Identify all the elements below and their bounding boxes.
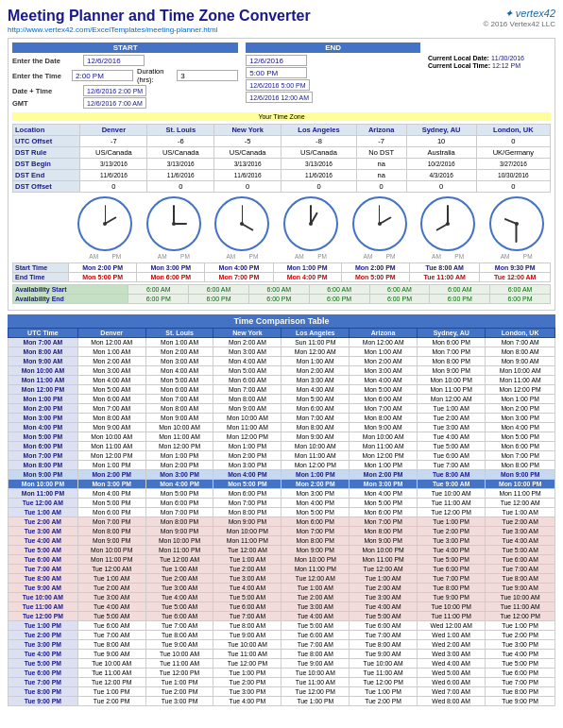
end-date[interactable]: 12/6/2016 <box>246 55 307 66</box>
table-row: Tue 3:00 PM <box>145 697 213 706</box>
table-row: Mon 1:00 AM <box>350 347 418 357</box>
table-row: Tue 2:00 PM <box>9 631 78 640</box>
table-row: Mon 4:00 PM <box>77 489 145 499</box>
table-row: Mon 6:00 AM <box>350 395 418 404</box>
table-row: Mon 2:00 PM <box>282 480 350 489</box>
table-row: Mon 9:00 PM <box>282 546 350 555</box>
table-row: Tue 12:00 AM <box>77 565 145 574</box>
avail-start-newyork: 6:00 AM <box>248 285 309 295</box>
comp-header-denver: Denver <box>77 329 145 338</box>
table-row: Tue 12:00 PM <box>486 612 555 621</box>
table-row: Tue 7:00 PM <box>418 574 486 584</box>
table-row: Tue 6:00 PM <box>418 565 486 574</box>
header-link[interactable]: http://www.vertex42.com/ExcelTemplates/m… <box>8 25 217 34</box>
start-time[interactable]: 2:00 PM <box>72 70 133 81</box>
comp-header-london: London, UK <box>486 329 555 338</box>
table-row: Mon 8:00 AM <box>145 404 213 414</box>
your-tz-note: Your Time Zone <box>12 112 551 121</box>
avail-start-london: 6:00 AM <box>490 285 551 295</box>
table-row: Mon 6:00 PM <box>282 517 350 527</box>
dst-rule-la: US/Canada <box>282 147 357 159</box>
table-row: Mon 9:00 PM <box>9 470 78 480</box>
start-date[interactable]: 12/6/2016 <box>83 55 145 66</box>
table-row: Tue 1:00 AM <box>145 565 213 574</box>
avail-start-sydney: 6:00 AM <box>430 285 490 295</box>
comparison-title: Time Comparison Table <box>8 314 555 328</box>
table-row: Tue 12:00 PM <box>145 669 213 678</box>
table-row: Tue 2:00 PM <box>418 527 486 536</box>
table-row: Tue 1:00 PM <box>486 621 555 631</box>
table-row: Tue 4:00 AM <box>145 593 213 602</box>
table-row: Tue 4:00 AM <box>9 536 78 546</box>
table-row: Mon 7:00 AM <box>77 404 145 414</box>
dst-rule-arizona: No DST <box>356 147 406 159</box>
avail-start-denver: 6:00 AM <box>128 285 189 295</box>
table-row: Mon 10:00 AM <box>350 432 418 442</box>
dst-offset-label: DST Offset <box>13 181 80 193</box>
loc-denver[interactable]: Denver <box>80 125 147 136</box>
loc-sydney[interactable]: Sydney, AU <box>406 125 476 136</box>
end-london: Tue 12:00 AM <box>480 273 551 282</box>
loc-arizona[interactable]: Arizona <box>356 125 406 136</box>
table-row: Mon 4:00 PM <box>213 470 282 480</box>
table-row: Tue 2:00 AM <box>145 574 213 584</box>
table-row: Tue 5:00 AM <box>77 612 145 621</box>
table-row: Tue 8:00 AM <box>213 621 282 631</box>
dst-offset-newyork: 0 <box>214 181 282 193</box>
table-row: Mon 10:00 AM <box>282 442 350 451</box>
table-row: Mon 11:00 AM <box>145 432 213 442</box>
enter-time-label: Enter the Time <box>12 72 72 80</box>
table-row: Mon 8:00 PM <box>9 461 78 470</box>
end-time[interactable]: 5:00 PM <box>246 67 307 78</box>
location-table: Location Denver St. Louis New York Los A… <box>12 124 551 193</box>
table-row: Mon 5:00 PM <box>77 499 145 508</box>
table-row: Tue 2:00 AM <box>213 565 282 574</box>
table-row: Tue 7:00 AM <box>282 640 350 650</box>
table-row: Tue 8:00 AM <box>350 640 418 650</box>
table-row: Tue 9:00 AM <box>486 584 555 593</box>
table-row: Mon 1:00 PM <box>145 451 213 461</box>
table-row: Tue 1:00 AM <box>350 574 418 584</box>
comp-header-sydney: Sydney, AU <box>418 329 486 338</box>
table-row: Mon 3:00 PM <box>486 414 555 423</box>
table-row: Tue 12:00 PM <box>77 678 145 687</box>
table-row: Mon 3:00 PM <box>350 480 418 489</box>
table-row: Mon 2:00 PM <box>77 470 145 480</box>
loc-london[interactable]: London, UK <box>476 125 550 136</box>
table-row: Tue 1:00 PM <box>418 517 486 527</box>
table-row: Tue 12:00 PM <box>350 678 418 687</box>
table-row: Mon 7:00 PM <box>350 517 418 527</box>
table-row: Tue 7:00 AM <box>418 461 486 470</box>
end-datetime: 12/6/2016 5:00 PM <box>246 79 309 91</box>
loc-newyork[interactable]: New York <box>214 125 282 136</box>
table-row: Mon 4:00 AM <box>282 385 350 395</box>
dst-end-arizona: na <box>356 170 406 181</box>
comp-header-la: Los Angeles <box>282 329 350 338</box>
utc-sydney: 10 <box>406 136 476 147</box>
table-row: Tue 7:00 AM <box>77 631 145 640</box>
start-newyork: Mon 4:00 PM <box>205 263 273 273</box>
table-row: Tue 9:00 AM <box>145 640 213 650</box>
table-row: Mon 5:00 PM <box>350 499 418 508</box>
loc-la[interactable]: Los Angeles <box>282 125 357 136</box>
table-row: Tue 2:00 AM <box>418 414 486 423</box>
table-row: Mon 11:00 AM <box>77 442 145 451</box>
table-row: Tue 10:00 AM <box>350 659 418 669</box>
duration-value[interactable]: 3 <box>177 70 238 81</box>
table-row: Tue 5:00 AM <box>350 612 418 621</box>
table-row: Mon 1:00 PM <box>213 442 282 451</box>
table-row: Mon 11:00 AM <box>282 451 350 461</box>
table-row: Tue 1:00 PM <box>350 687 418 697</box>
table-row: Mon 9:00 AM <box>213 404 282 414</box>
table-row: Tue 3:00 PM <box>418 536 486 546</box>
table-row: Mon 6:00 PM <box>77 508 145 517</box>
current-date-label: Current Local Date: <box>428 55 489 61</box>
header: Meeting Planner and Time Zone Converter … <box>8 8 555 34</box>
table-row: Mon 1:00 PM <box>282 470 350 480</box>
table-row: Mon 3:00 PM <box>145 470 213 480</box>
table-row: Tue 12:00 PM <box>9 612 78 621</box>
table-row: Tue 7:00 AM <box>486 565 555 574</box>
loc-stlouis[interactable]: St. Louis <box>147 125 214 136</box>
table-row: Mon 10:00 PM <box>418 376 486 385</box>
table-row: Mon 9:00 AM <box>145 414 213 423</box>
